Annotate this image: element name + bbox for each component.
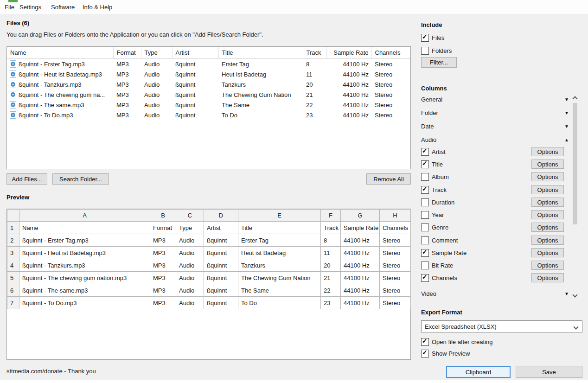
- checkbox-label: Comment: [432, 237, 458, 244]
- menu-info-help[interactable]: Info & Help: [81, 3, 114, 12]
- file-type: Audio: [141, 79, 172, 89]
- preview-col-letter: B: [150, 210, 176, 222]
- columns-scrollbar[interactable]: [572, 95, 578, 299]
- options-button[interactable]: Options: [531, 172, 564, 181]
- include-files-checkbox[interactable]: ✓ Files: [421, 33, 444, 42]
- search-folder-button[interactable]: Search Folder...: [52, 173, 109, 185]
- preview-cell: Sample Rate: [341, 222, 380, 234]
- checkbox-box[interactable]: ✓: [421, 262, 429, 269]
- column-field-sample-rate: ✓Sample Rate Options: [421, 248, 564, 257]
- status-bar-text: sttmedia.com/donate - Thank you: [6, 368, 96, 375]
- scrollbar-thumb[interactable]: [573, 103, 577, 224]
- options-button[interactable]: Options: [531, 273, 564, 282]
- checkbox-box[interactable]: ✓: [421, 211, 429, 219]
- menu-file[interactable]: File: [3, 3, 16, 12]
- col-header-format[interactable]: Format: [113, 47, 141, 59]
- checkbox-box[interactable]: ✓: [421, 350, 429, 357]
- preview-grid[interactable]: A B C D E F G H 1 Name Format Type Artis…: [6, 209, 411, 360]
- open-after-creating-checkbox[interactable]: ✓ Open file after creating: [421, 338, 493, 346]
- column-field-year: ✓Year Options: [421, 210, 564, 219]
- include-folders-checkbox[interactable]: ✓ Folders: [421, 46, 452, 55]
- file-row[interactable]: ßquinnt - Heut ist Badetag.mp3 MP3 Audio…: [7, 69, 410, 79]
- file-type: Audio: [141, 89, 172, 100]
- checkbox-box[interactable]: ✓: [421, 223, 429, 231]
- column-group-general[interactable]: General: [421, 95, 570, 104]
- file-format: MP3: [113, 89, 141, 100]
- clipboard-button[interactable]: Clipboard: [446, 366, 511, 378]
- audio-file-icon: [10, 70, 16, 78]
- col-header-name[interactable]: Name: [7, 47, 113, 59]
- checkbox-label: Album: [432, 173, 449, 180]
- options-button[interactable]: Options: [531, 198, 564, 207]
- checkbox-box[interactable]: ✓: [421, 34, 429, 42]
- chevron-down-icon[interactable]: [564, 97, 569, 102]
- column-group-video[interactable]: Video: [421, 289, 570, 298]
- preview-cell: 11: [321, 247, 341, 259]
- group-label: General: [421, 96, 442, 103]
- col-header-sample-rate[interactable]: Sample Rate: [326, 47, 371, 59]
- app-window: File Settings Software Info & Help Files…: [0, 0, 588, 383]
- checkbox-box[interactable]: ✓: [421, 173, 429, 181]
- menu-software[interactable]: Software: [49, 3, 77, 12]
- scroll-up-button[interactable]: [572, 95, 578, 101]
- checkbox-box[interactable]: ✓: [421, 198, 429, 206]
- chevron-down-icon[interactable]: [564, 110, 569, 115]
- checkbox-box[interactable]: ✓: [421, 236, 429, 244]
- file-row[interactable]: ßquinnt - The chewing gum na... MP3 Audi…: [7, 89, 410, 100]
- preview-cell: MP3: [150, 247, 176, 259]
- columns-section-title: Columns: [421, 85, 447, 92]
- options-button[interactable]: Options: [531, 147, 564, 156]
- files-list[interactable]: Name Format Type Artist Title Track Samp…: [6, 46, 411, 169]
- preview-cell: Audio: [176, 247, 204, 259]
- col-header-type[interactable]: Type: [141, 47, 172, 59]
- options-button[interactable]: Options: [531, 210, 564, 219]
- filter-button[interactable]: Filter...: [421, 57, 457, 68]
- preview-cell: Channels: [380, 222, 411, 234]
- preview-cell: 22: [321, 284, 341, 297]
- options-button[interactable]: Options: [531, 248, 564, 257]
- checkbox-box[interactable]: ✓: [421, 47, 429, 55]
- file-row[interactable]: ßquinnt - The same.mp3 MP3 Audio ßquinnt…: [7, 100, 410, 110]
- options-button[interactable]: Options: [531, 223, 564, 232]
- col-header-title[interactable]: Title: [218, 47, 303, 59]
- file-row[interactable]: ßquinnt - Tanzkurs.mp3 MP3 Audio ßquinnt…: [7, 79, 410, 89]
- col-header-track[interactable]: Track: [303, 47, 326, 59]
- preview-cell: Audio: [176, 234, 204, 247]
- column-group-folder[interactable]: Folder: [421, 108, 570, 117]
- scroll-down-button[interactable]: [572, 292, 578, 299]
- file-track: 20: [303, 79, 326, 89]
- options-button[interactable]: Options: [531, 160, 564, 169]
- options-button[interactable]: Options: [531, 261, 564, 270]
- column-group-date[interactable]: Date: [421, 121, 570, 131]
- audio-file-icon: [10, 111, 16, 119]
- export-format-title: Export Format: [421, 309, 462, 316]
- options-button[interactable]: Options: [531, 185, 564, 194]
- preview-cell: Name: [19, 222, 150, 234]
- chevron-up-icon[interactable]: [564, 137, 569, 142]
- save-button[interactable]: Save: [516, 366, 582, 378]
- checkbox-box[interactable]: ✓: [421, 338, 429, 346]
- remove-all-button[interactable]: Remove All: [366, 173, 411, 185]
- add-files-button[interactable]: Add Files...: [6, 173, 47, 185]
- file-channels: Stereo: [371, 89, 410, 100]
- file-row[interactable]: ßquinnt - To Do.mp3 MP3 Audio ßquinnt To…: [7, 110, 410, 120]
- checkbox-box[interactable]: ✓: [421, 186, 429, 194]
- file-name: ßquinnt - To Do.mp3: [19, 112, 73, 119]
- export-format-select[interactable]: Excel Spreadsheet (XLSX): [421, 320, 582, 332]
- checkbox-box[interactable]: ✓: [421, 249, 429, 257]
- col-header-channels[interactable]: Channels: [371, 47, 410, 59]
- col-header-artist[interactable]: Artist: [172, 47, 218, 59]
- options-button[interactable]: Options: [531, 236, 564, 245]
- column-group-audio[interactable]: Audio: [421, 135, 570, 144]
- preview-cell: ßquinnt: [204, 284, 238, 297]
- file-title: The Chewing Gum Nation: [218, 89, 303, 100]
- chevron-down-icon[interactable]: [564, 291, 569, 296]
- checkbox-box[interactable]: ✓: [421, 160, 429, 168]
- file-row[interactable]: ßquinnt - Erster Tag.mp3 MP3 Audio ßquin…: [7, 59, 410, 70]
- menu-settings[interactable]: Settings: [18, 3, 43, 12]
- checkbox-box[interactable]: ✓: [421, 148, 429, 156]
- preview-col-letter: C: [176, 210, 204, 222]
- show-preview-checkbox[interactable]: ✓ Show Preview: [421, 349, 470, 357]
- checkbox-box[interactable]: ✓: [421, 274, 429, 282]
- chevron-down-icon[interactable]: [564, 124, 569, 129]
